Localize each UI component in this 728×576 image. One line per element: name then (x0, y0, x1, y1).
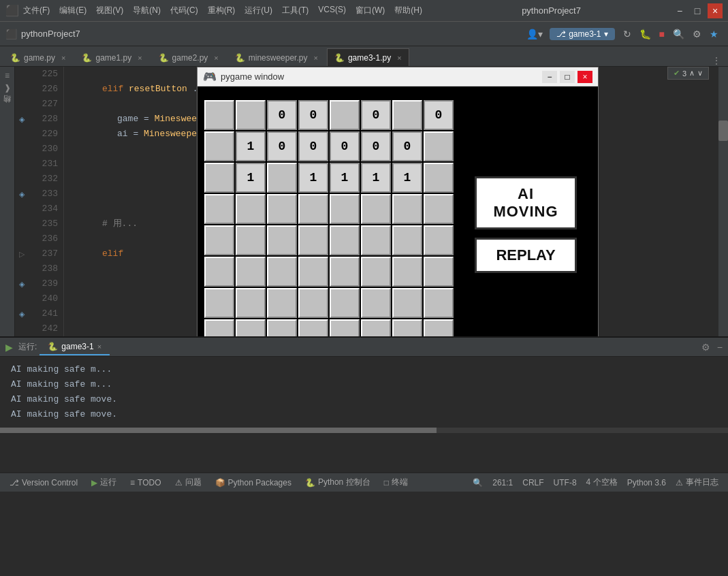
menu-window[interactable]: 窗口(W) (355, 5, 385, 16)
tab-game3-1-py[interactable]: 🐍 game3-1.py × (327, 48, 409, 66)
maximize-button[interactable]: □ (690, 3, 705, 18)
cell-4-2[interactable] (267, 225, 297, 255)
cell-5-2[interactable] (267, 257, 297, 287)
pygame-window[interactable]: 🎮 pygame window − □ × 0 0 0 (197, 67, 599, 336)
struct-expand[interactable]: ❱ (4, 83, 11, 93)
ai-moving-button[interactable]: AI MOVING (475, 176, 577, 229)
down-icon[interactable]: ∨ (697, 69, 703, 78)
python-console-status[interactable]: 🐍 Python 控制台 (301, 477, 375, 488)
cell-2-5[interactable]: 1 (361, 163, 391, 193)
tab-close-icon[interactable]: × (214, 54, 218, 62)
tab-close-icon[interactable]: × (61, 54, 65, 62)
menu-tools[interactable]: 工具(T) (282, 5, 308, 16)
cell-6-4[interactable] (330, 288, 360, 318)
cell-6-7[interactable] (424, 288, 454, 318)
menu-edit[interactable]: 编辑(E) (59, 5, 86, 16)
cell-0-3[interactable]: 0 (298, 100, 328, 130)
bookmark-233[interactable]: ◈ (19, 190, 25, 199)
run-stop-icon[interactable]: ■ (655, 27, 669, 41)
cell-6-3[interactable] (298, 288, 328, 318)
settings-icon[interactable]: ⚙ (701, 342, 710, 353)
bookmark-241[interactable]: ◈ (19, 310, 25, 319)
bookmark-239[interactable]: ◈ (19, 280, 25, 289)
cell-7-0[interactable] (204, 319, 234, 337)
terminal-tab-game3-1[interactable]: 🐍 game3-1 × (39, 339, 110, 355)
cell-3-2[interactable] (267, 194, 297, 224)
cell-6-2[interactable] (267, 288, 297, 318)
cell-3-6[interactable] (392, 194, 422, 224)
close-button[interactable]: × (708, 3, 723, 18)
scrollbar-thumb[interactable] (718, 121, 728, 141)
refresh-button[interactable]: ↻ (619, 27, 635, 41)
branch-selector[interactable]: ⎇ game3-1 ▾ (550, 28, 614, 40)
tab-more-icon[interactable]: ⋮ (708, 55, 725, 66)
cell-6-0[interactable] (204, 288, 234, 318)
pygame-close[interactable]: × (577, 71, 592, 83)
cell-1-1[interactable]: 1 (236, 131, 266, 161)
minimize-panel-icon[interactable]: − (717, 342, 723, 353)
menu-vcs[interactable]: VCS(S) (318, 5, 346, 16)
tab-close-icon[interactable]: × (397, 54, 401, 62)
cell-3-1[interactable] (236, 194, 266, 224)
cell-1-7[interactable] (424, 131, 454, 161)
cell-6-5[interactable] (361, 288, 391, 318)
cell-5-5[interactable] (361, 257, 391, 287)
cell-2-6[interactable]: 1 (392, 163, 422, 193)
cell-2-3[interactable]: 1 (298, 163, 328, 193)
tab-game-py[interactable]: 🐍 game.py × (3, 48, 73, 66)
tab-close-icon[interactable]: × (138, 54, 142, 62)
menu-help[interactable]: 帮助(H) (394, 5, 422, 16)
cell-7-6[interactable] (392, 319, 422, 337)
cell-1-5[interactable]: 0 (361, 131, 391, 161)
fold-arrow-237[interactable]: ▷ (19, 250, 25, 259)
struct-icon[interactable]: ≡ (5, 71, 10, 80)
cell-1-6[interactable]: 0 (392, 131, 422, 161)
cell-0-6[interactable] (392, 100, 422, 130)
pygame-minimize[interactable]: − (542, 71, 557, 83)
terminal-status[interactable]: □ 终端 (380, 477, 412, 488)
pygame-maximize[interactable]: □ (560, 71, 575, 83)
cell-4-4[interactable] (330, 225, 360, 255)
cell-2-1[interactable]: 1 (236, 163, 266, 193)
cell-2-2[interactable] (267, 163, 297, 193)
cell-7-1[interactable] (236, 319, 266, 337)
cell-5-1[interactable] (236, 257, 266, 287)
version-control-status[interactable]: ⎇ Version Control (5, 478, 82, 487)
up-icon[interactable]: ∧ (689, 69, 695, 78)
terminal-scrollbar[interactable] (0, 428, 728, 433)
cell-2-0[interactable] (204, 163, 234, 193)
cell-5-7[interactable] (424, 257, 454, 287)
cell-0-1[interactable] (236, 100, 266, 130)
cell-0-0[interactable] (204, 100, 234, 130)
cell-2-4[interactable]: 1 (330, 163, 360, 193)
cell-5-3[interactable] (298, 257, 328, 287)
cell-3-5[interactable] (361, 194, 391, 224)
indentation[interactable]: 4 个空格 (582, 477, 622, 488)
todo-status[interactable]: ≡ TODO (126, 478, 165, 487)
cell-4-1[interactable] (236, 225, 266, 255)
cell-4-6[interactable] (392, 225, 422, 255)
cell-7-2[interactable] (267, 319, 297, 337)
cell-4-5[interactable] (361, 225, 391, 255)
problems-status[interactable]: ⚠ 问题 (171, 477, 206, 488)
cell-2-7[interactable] (424, 163, 454, 193)
minimize-button[interactable]: − (672, 3, 687, 18)
run-status[interactable]: ▶ 运行 (87, 477, 121, 488)
packages-status[interactable]: 📦 Python Packages (211, 478, 296, 487)
cell-3-3[interactable] (298, 194, 328, 224)
debug-icon[interactable]: 🐛 (635, 27, 655, 41)
user-icon[interactable]: 👤▾ (526, 29, 543, 39)
line-endings[interactable]: CRLF (518, 478, 548, 487)
right-scrollbar[interactable] (718, 67, 728, 336)
cell-5-0[interactable] (204, 257, 234, 287)
cell-3-4[interactable] (330, 194, 360, 224)
cell-4-3[interactable] (298, 225, 328, 255)
cell-6-1[interactable] (236, 288, 266, 318)
cell-4-0[interactable] (204, 225, 234, 255)
cell-1-2[interactable]: 0 (267, 131, 297, 161)
search-button[interactable]: 🔍 (669, 27, 689, 41)
tab-close-icon[interactable]: × (97, 342, 101, 351)
cell-1-4[interactable]: 0 (330, 131, 360, 161)
search-status-icon[interactable]: 🔍 (469, 478, 487, 487)
menu-refactor[interactable]: 重构(R) (208, 5, 236, 16)
